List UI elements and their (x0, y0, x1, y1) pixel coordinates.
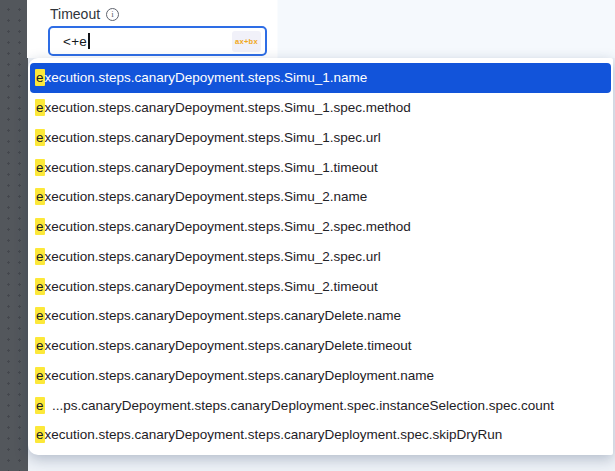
form-panel: Timeout i <+e ax+bx (27, 0, 615, 58)
match-highlight: e (35, 188, 45, 205)
match-highlight: e (35, 337, 45, 354)
suggestion-text: xecution.steps.canaryDepoyment.steps.can… (45, 427, 503, 442)
match-highlight: e (35, 278, 45, 295)
suggestion-item[interactable]: execution.steps.canaryDepoyment.steps.Si… (30, 271, 611, 301)
match-highlight: e (35, 307, 45, 324)
timeout-field-label: Timeout i (50, 6, 119, 22)
match-highlight: e (35, 129, 45, 146)
suggestion-text: xecution.steps.canaryDepoyment.steps.Sim… (45, 189, 368, 204)
suggestion-text: xecution.steps.canaryDepoyment.steps.can… (45, 368, 434, 383)
suggestion-item[interactable]: execution.steps.canaryDepoyment.steps.Si… (30, 242, 611, 272)
pipeline-canvas-background (0, 0, 28, 471)
expression-type-badge[interactable]: ax+bx (232, 31, 261, 52)
suggestion-text: xecution.steps.canaryDepoyment.steps.Sim… (45, 160, 378, 175)
suggestion-item[interactable]: execution.steps.canaryDepoyment.steps.Si… (30, 123, 611, 153)
suggestion-item[interactable]: execution.steps.canaryDepoyment.steps.ca… (30, 331, 611, 361)
suggestion-text: ...ps.canaryDepoyment.steps.canaryDeploy… (45, 398, 555, 413)
match-highlight: e (35, 426, 45, 443)
match-highlight: e (35, 69, 45, 86)
text-cursor (88, 33, 90, 49)
suggestion-text: xecution.steps.canaryDepoyment.steps.Sim… (45, 70, 368, 85)
match-highlight: e (35, 397, 45, 414)
suggestion-text: xecution.steps.canaryDepoyment.steps.Sim… (45, 130, 381, 145)
expression-autocomplete-dropdown: execution.steps.canaryDepoyment.steps.Si… (28, 58, 613, 455)
suggestion-item[interactable]: execution.steps.canaryDepoyment.steps.Si… (30, 63, 611, 93)
suggestion-list: execution.steps.canaryDepoyment.steps.Si… (28, 63, 613, 450)
suggestion-text: xecution.steps.canaryDepoyment.steps.Sim… (45, 279, 378, 294)
suggestion-item[interactable]: e ...ps.canaryDepoyment.steps.canaryDepl… (30, 390, 611, 420)
suggestion-text: xecution.steps.canaryDepoyment.steps.Sim… (45, 219, 411, 234)
suggestion-text: xecution.steps.canaryDepoyment.steps.can… (45, 308, 401, 323)
match-highlight: e (35, 99, 45, 116)
suggestion-item[interactable]: execution.steps.canaryDepoyment.steps.Si… (30, 212, 611, 242)
timeout-input-value: <+e (63, 34, 87, 49)
match-highlight: e (35, 367, 45, 384)
match-highlight: e (35, 218, 45, 235)
suggestion-item[interactable]: execution.steps.canaryDepoyment.steps.Si… (30, 93, 611, 123)
timeout-label-text: Timeout (50, 6, 100, 22)
suggestion-item[interactable]: execution.steps.canaryDepoyment.steps.ca… (30, 301, 611, 331)
info-icon[interactable]: i (106, 8, 119, 21)
suggestion-text: xecution.steps.canaryDepoyment.steps.can… (45, 338, 412, 353)
timeout-input[interactable]: <+e ax+bx (48, 26, 267, 56)
suggestion-item[interactable]: execution.steps.canaryDepoyment.steps.Si… (30, 152, 611, 182)
suggestion-text: xecution.steps.canaryDepoyment.steps.Sim… (45, 100, 411, 115)
suggestion-item[interactable]: execution.steps.canaryDepoyment.steps.ca… (30, 420, 611, 450)
suggestion-text: xecution.steps.canaryDepoyment.steps.Sim… (45, 249, 381, 264)
match-highlight: e (35, 248, 45, 265)
match-highlight: e (35, 159, 45, 176)
suggestion-item[interactable]: execution.steps.canaryDepoyment.steps.Si… (30, 182, 611, 212)
suggestion-item[interactable]: execution.steps.canaryDepoyment.steps.ca… (30, 361, 611, 391)
